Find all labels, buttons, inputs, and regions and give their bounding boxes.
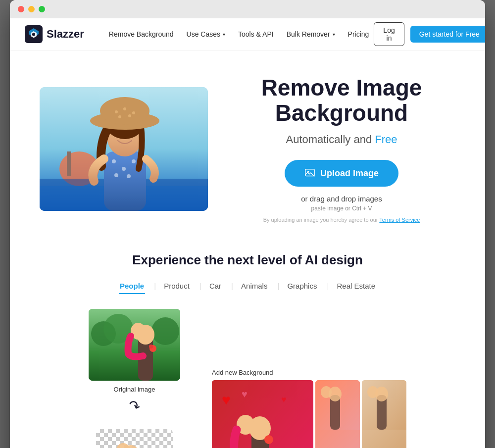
- tab-graphics[interactable]: Graphics: [277, 278, 327, 294]
- background-options-grid: ♥ ♥ ♥: [212, 380, 406, 448]
- original-label: Original image: [114, 386, 155, 393]
- terms-link[interactable]: Terms of Service: [379, 217, 420, 223]
- bulk-remover-chevron: ▾: [333, 32, 335, 37]
- use-cases-chevron: ▾: [223, 32, 225, 37]
- upload-image-button[interactable]: Upload Image: [285, 160, 398, 187]
- svg-point-8: [122, 167, 126, 171]
- svg-text:♥: ♥: [281, 395, 287, 404]
- tab-real-estate[interactable]: Real Estate: [327, 278, 385, 294]
- close-button[interactable]: [18, 6, 24, 12]
- svg-point-9: [132, 159, 136, 163]
- nav-pricing[interactable]: Pricing: [343, 26, 374, 42]
- nav-links: Remove Background Use Cases ▾ Tools & AP…: [104, 26, 374, 42]
- nav-bulk-remover[interactable]: Bulk Remover ▾: [282, 26, 340, 42]
- maximize-button[interactable]: [39, 6, 45, 12]
- hero-section: Remove Image Background Automatically an…: [10, 50, 485, 243]
- svg-point-10: [114, 173, 118, 177]
- svg-point-23: [128, 114, 131, 117]
- hero-image: [40, 87, 208, 211]
- svg-point-22: [118, 115, 121, 118]
- svg-point-19: [115, 110, 118, 113]
- minimize-button[interactable]: [28, 6, 35, 12]
- svg-text:♥: ♥: [242, 389, 248, 399]
- nav-tools-api[interactable]: Tools & API: [233, 26, 279, 42]
- bg-result-main: ♥ ♥ ♥: [212, 380, 313, 448]
- get-started-button[interactable]: Get started for Free: [410, 26, 485, 43]
- svg-point-34: [149, 345, 153, 348]
- add-bg-label: Add new Background: [212, 369, 273, 376]
- svg-point-20: [123, 107, 126, 110]
- login-button[interactable]: Log in: [374, 22, 404, 46]
- demo-original-section: Original image ↷: [89, 309, 180, 448]
- titlebar: [10, 0, 485, 18]
- nav-remove-background[interactable]: Remove Background: [104, 26, 179, 42]
- svg-point-21: [132, 111, 135, 114]
- mac-window: Slazzer Remove Background Use Cases ▾ To…: [10, 0, 485, 448]
- removed-image: [96, 429, 173, 448]
- logo[interactable]: Slazzer: [25, 25, 84, 43]
- removed-svg: [96, 429, 173, 448]
- ai-section: Experience the next level of AI design P…: [10, 243, 485, 448]
- svg-point-37: [116, 443, 131, 448]
- terms-text: By uploading an image you hereby agree t…: [228, 217, 455, 223]
- tab-people[interactable]: People: [110, 278, 154, 294]
- nav-actions: Log in Get started for Free: [374, 22, 485, 46]
- drag-drop-text: or drag and drop images: [228, 195, 455, 203]
- svg-rect-3: [67, 151, 71, 176]
- photo-background: [40, 87, 208, 211]
- bg-thumb-1[interactable]: [315, 380, 360, 448]
- original-svg: [89, 309, 180, 381]
- logo-text: Slazzer: [47, 28, 84, 41]
- svg-point-50: [321, 386, 332, 398]
- svg-point-7: [112, 159, 116, 163]
- svg-text:♥: ♥: [222, 392, 231, 408]
- category-tabs: People Product Car Animals Graphics Real…: [40, 278, 455, 294]
- logo-icon: [25, 25, 43, 43]
- svg-point-54: [367, 386, 378, 398]
- demo-result-section: Add new Background: [212, 369, 406, 448]
- hero-illustration: [40, 87, 208, 211]
- upload-icon: [304, 168, 315, 179]
- hero-content: Remove Image Background Automatically an…: [228, 75, 455, 223]
- nav-use-cases[interactable]: Use Cases ▾: [182, 26, 230, 42]
- arrow-down-icon: ↷: [126, 397, 143, 416]
- ai-section-title: Experience the next level of AI design: [40, 252, 455, 268]
- tab-car[interactable]: Car: [199, 278, 231, 294]
- paste-text: paste image or Ctrl + V: [228, 205, 455, 212]
- navbar: Slazzer Remove Background Use Cases ▾ To…: [10, 18, 485, 50]
- tab-animals[interactable]: Animals: [231, 278, 277, 294]
- hero-title: Remove Image Background: [228, 75, 455, 125]
- bg-thumb-2[interactable]: [362, 380, 406, 448]
- original-image: [89, 309, 180, 381]
- svg-point-11: [127, 174, 131, 178]
- main-result-svg: ♥ ♥ ♥: [212, 380, 313, 448]
- svg-point-18: [100, 97, 149, 125]
- hero-subtitle: Automatically and Free: [228, 133, 455, 146]
- tab-product[interactable]: Product: [154, 278, 199, 294]
- demo-grid: Original image ↷: [40, 309, 455, 448]
- svg-point-46: [264, 435, 273, 444]
- svg-point-29: [151, 317, 179, 345]
